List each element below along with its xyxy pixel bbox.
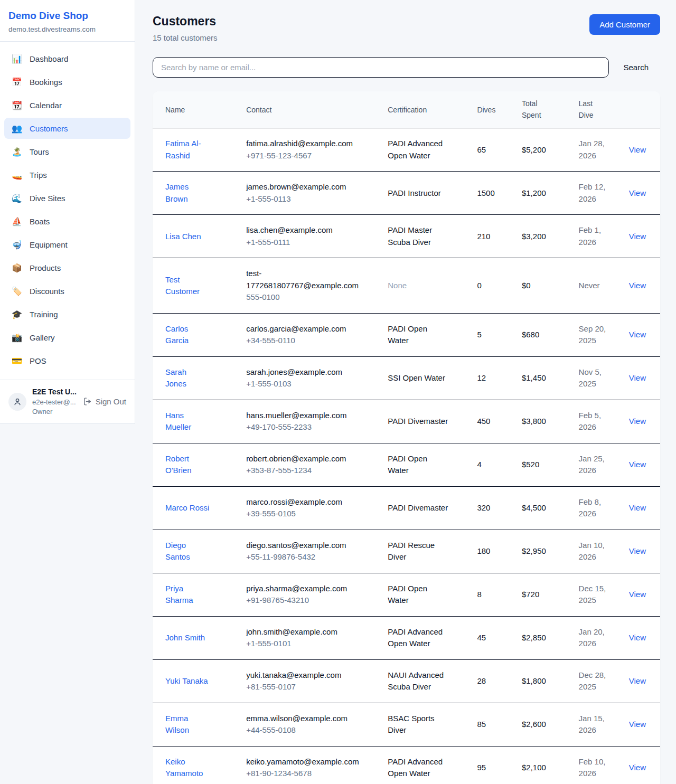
- customer-name-cell: James Brown: [153, 172, 242, 215]
- customer-contact-cell: diego.santos@example.com+55-11-99876-543…: [242, 530, 383, 573]
- view-customer-link[interactable]: View: [629, 417, 646, 426]
- customer-name-link[interactable]: John Smith: [165, 632, 205, 644]
- customer-email: james.brown@example.com: [246, 181, 346, 193]
- sidebar-item-label: POS: [30, 356, 46, 365]
- customer-name-link[interactable]: Lisa Chen: [165, 231, 201, 243]
- customer-certification: NAUI Advanced Scuba Diver: [388, 669, 450, 693]
- table-row: James Brownjames.brown@example.com+1-555…: [153, 172, 660, 215]
- customer-name-link[interactable]: Test Customer: [165, 274, 210, 298]
- table-header-row: NameContactCertificationDivesTotal Spent…: [153, 91, 660, 128]
- customer-certification-cell: PADI Advanced Open Water: [383, 616, 473, 659]
- customer-name-cell: Fatima Al-Rashid: [153, 128, 242, 172]
- customer-last-dive-cell: Jan 28, 2026: [575, 128, 623, 172]
- customer-name-link[interactable]: Hans Mueller: [165, 410, 210, 433]
- customer-certification-cell: PADI Instructor: [383, 172, 473, 215]
- user-name: E2E Test U...: [32, 387, 77, 398]
- customer-phone: +81-90-1234-5678: [246, 768, 379, 780]
- customer-last-dive: Feb 8, 2026: [579, 496, 612, 520]
- customer-name-cell: Robert O'Brien: [153, 443, 242, 486]
- sidebar-item-customers[interactable]: 👥Customers: [4, 118, 130, 139]
- customer-last-dive: Feb 12, 2026: [579, 181, 612, 205]
- customer-certification: BSAC Sports Diver: [388, 713, 450, 736]
- page-subtitle: 15 total customers: [153, 33, 218, 42]
- customer-name-link[interactable]: Diego Santos: [165, 540, 210, 563]
- customer-certification: PADI Advanced Open Water: [388, 756, 450, 780]
- view-customer-link[interactable]: View: [629, 330, 646, 339]
- customer-name-link[interactable]: Fatima Al-Rashid: [165, 138, 210, 162]
- customer-total-spent-cell: $1,200: [518, 172, 575, 215]
- sidebar-item-products[interactable]: 📦Products: [4, 257, 130, 278]
- customer-name-link[interactable]: Yuki Tanaka: [165, 675, 208, 687]
- sidebar-item-gallery[interactable]: 📸Gallery: [4, 327, 130, 348]
- customer-name-link[interactable]: Priya Sharma: [165, 583, 210, 607]
- table-row: Lisa Chenlisa.chen@example.com+1-555-011…: [153, 215, 660, 258]
- equipment-icon: 🤿: [11, 240, 23, 250]
- app-layout: Demo Dive Shop demo.test.divestreams.com…: [0, 0, 676, 784]
- bookings-icon: 📅: [11, 77, 23, 87]
- sidebar-item-discounts[interactable]: 🏷️Discounts: [4, 280, 130, 301]
- customer-actions-cell: View: [623, 703, 660, 746]
- sidebar-item-dive-sites[interactable]: 🌊Dive Sites: [4, 187, 130, 209]
- sidebar-item-calendar[interactable]: 📆Calendar: [4, 95, 130, 116]
- view-customer-link[interactable]: View: [629, 145, 646, 154]
- customer-name-link[interactable]: Emma Wilson: [165, 713, 210, 736]
- view-customer-link[interactable]: View: [629, 188, 646, 197]
- sidebar-item-pos[interactable]: 💳POS: [4, 350, 130, 371]
- view-customer-link[interactable]: View: [629, 460, 646, 469]
- view-customer-link[interactable]: View: [629, 546, 646, 555]
- view-customer-link[interactable]: View: [629, 676, 646, 685]
- customer-email: sarah.jones@example.com: [246, 366, 342, 379]
- customer-name-link[interactable]: James Brown: [165, 181, 210, 205]
- column-header-name: Name: [153, 91, 242, 128]
- customer-name-cell: Carlos Garcia: [153, 313, 242, 356]
- view-customer-link[interactable]: View: [629, 633, 646, 642]
- customer-name-link[interactable]: Sarah Jones: [165, 366, 210, 390]
- customer-contact-cell: emma.wilson@example.com+44-555-0108: [242, 703, 383, 746]
- dashboard-icon: 📊: [11, 54, 23, 64]
- customer-email: marco.rossi@example.com: [246, 496, 342, 508]
- add-customer-button[interactable]: Add Customer: [589, 14, 660, 35]
- view-customer-link[interactable]: View: [629, 763, 646, 772]
- customer-name-link[interactable]: Keiko Yamamoto: [165, 756, 210, 780]
- view-customer-link[interactable]: View: [629, 720, 646, 729]
- customer-name-link[interactable]: Robert O'Brien: [165, 453, 210, 477]
- sidebar-item-dashboard[interactable]: 📊Dashboard: [4, 48, 130, 69]
- sidebar-item-label: Boats: [30, 217, 50, 226]
- customer-phone: +1-555-0111: [246, 237, 379, 249]
- customer-last-dive-cell: Dec 15, 2025: [575, 573, 623, 616]
- sidebar-item-trips[interactable]: 🚤Trips: [4, 164, 130, 185]
- sidebar-item-training[interactable]: 🎓Training: [4, 304, 130, 325]
- view-customer-link[interactable]: View: [629, 503, 646, 512]
- view-customer-link[interactable]: View: [629, 281, 646, 290]
- customer-email: keiko.yamamoto@example.com: [246, 756, 357, 768]
- column-header-label: Name: [165, 106, 185, 114]
- sidebar-item-boats[interactable]: ⛵Boats: [4, 211, 130, 232]
- customer-dives-cell: 45: [473, 616, 518, 659]
- customer-actions-cell: View: [623, 443, 660, 486]
- customer-dives-cell: 8: [473, 573, 518, 616]
- sidebar-item-tours[interactable]: 🏝️Tours: [4, 141, 130, 162]
- view-customer-link[interactable]: View: [629, 590, 646, 599]
- training-icon: 🎓: [11, 309, 23, 319]
- search-button[interactable]: Search: [623, 63, 649, 72]
- customer-certification: SSI Open Water: [388, 372, 445, 384]
- view-customer-link[interactable]: View: [629, 232, 646, 241]
- calendar-icon: 📆: [11, 100, 23, 110]
- customer-certification-cell: NAUI Advanced Scuba Diver: [383, 659, 473, 703]
- sidebar-item-bookings[interactable]: 📅Bookings: [4, 71, 130, 92]
- customer-name-link[interactable]: Carlos Garcia: [165, 323, 210, 347]
- view-customer-link[interactable]: View: [629, 373, 646, 382]
- customer-dives-cell: 1500: [473, 172, 518, 215]
- search-input[interactable]: [153, 57, 609, 78]
- customer-last-dive-cell: Feb 5, 2026: [575, 400, 623, 443]
- customer-last-dive: Feb 10, 2026: [579, 756, 612, 780]
- customer-name-cell: Test Customer: [153, 258, 242, 314]
- customer-email: john.smith@example.com: [246, 626, 337, 638]
- sign-out-button[interactable]: Sign Out: [83, 397, 126, 406]
- sidebar-item-label: Calendar: [30, 101, 62, 110]
- column-header-last-dive: Last Dive: [575, 91, 623, 128]
- sidebar-item-equipment[interactable]: 🤿Equipment: [4, 234, 130, 255]
- customer-name-link[interactable]: Marco Rossi: [165, 502, 209, 514]
- customer-actions-cell: View: [623, 172, 660, 215]
- customer-last-dive-cell: Never: [575, 258, 623, 314]
